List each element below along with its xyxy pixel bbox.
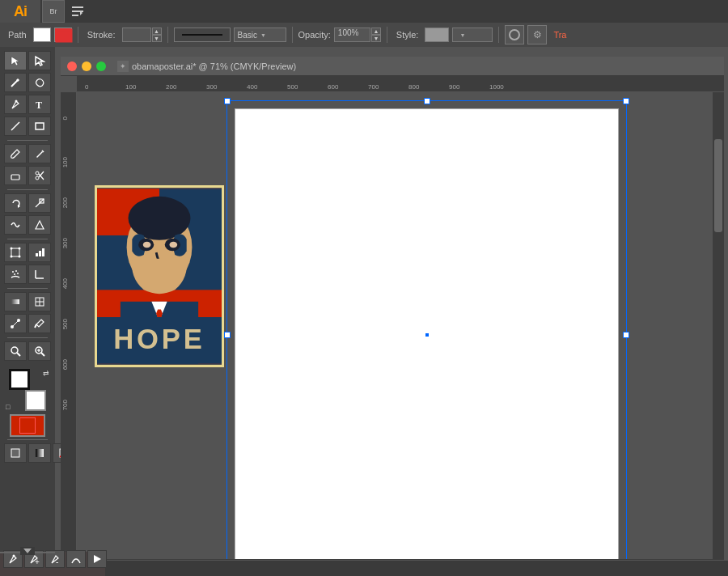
opacity-input[interactable]: 100% <box>334 28 370 42</box>
red-inner <box>19 417 36 434</box>
handle-ml[interactable] <box>224 332 231 338</box>
stroke-spinners: ▲ ▼ <box>152 28 162 42</box>
svg-rect-12 <box>36 123 44 129</box>
svg-rect-14 <box>11 175 19 180</box>
vertical-scrollbar[interactable] <box>713 92 724 559</box>
line-tool[interactable] <box>4 116 27 136</box>
reshape-tool[interactable] <box>28 215 51 235</box>
warp-tool[interactable] <box>4 215 27 235</box>
svg-rect-52 <box>36 449 44 457</box>
symbol-sprayer-tool[interactable] <box>4 265 27 284</box>
gear-icon: ⚙ <box>533 29 542 40</box>
ruler-v-600: 600 <box>61 359 69 370</box>
stroke-weight-input[interactable] <box>122 28 151 42</box>
divider-2 <box>167 27 168 43</box>
tools-sep-4 <box>7 288 48 289</box>
handle-tr[interactable] <box>623 98 629 104</box>
paintbrush-tool[interactable] <box>4 144 27 163</box>
handle-tm[interactable] <box>424 98 430 104</box>
eraser-tool[interactable] <box>4 166 27 185</box>
svg-point-63 <box>170 242 178 248</box>
stroke-down[interactable]: ▼ <box>152 35 162 42</box>
window-title-text: obamaposter.ai* @ 71% (CMYK/Preview) <box>132 61 296 71</box>
scissors-tool[interactable] <box>28 166 51 185</box>
blend-tool[interactable] <box>4 314 27 333</box>
default-colors-btn[interactable]: □ <box>6 403 10 411</box>
selection-tool[interactable] <box>4 51 27 70</box>
document-page <box>235 108 619 561</box>
ruler-mark-700: 700 <box>368 83 379 91</box>
ruler-mark-1000: 1000 <box>489 83 504 91</box>
circle-option-btn[interactable] <box>505 25 524 44</box>
swap-colors-btn[interactable]: ⇄ <box>43 369 49 377</box>
path-arrow-btn[interactable] <box>87 550 107 568</box>
scale-tool[interactable] <box>28 193 51 213</box>
column-graph-tool[interactable] <box>28 265 51 284</box>
transform-label: Tra <box>553 30 566 40</box>
lasso-tool[interactable] <box>28 73 51 92</box>
measure-tool[interactable] <box>4 341 27 361</box>
mesh-tool[interactable] <box>28 292 51 311</box>
fill-swatch[interactable] <box>33 28 51 42</box>
circle-icon <box>509 29 520 40</box>
fill-color-mode[interactable] <box>4 443 27 463</box>
settings-btn[interactable]: ⚙ <box>527 25 547 44</box>
ruler-mark-300: 300 <box>206 83 217 91</box>
graph-tool[interactable] <box>28 243 51 262</box>
window-maximize-btn[interactable] <box>96 61 106 71</box>
opacity-up[interactable]: ▲ <box>371 28 381 35</box>
svg-point-33 <box>14 273 15 275</box>
opacity-down[interactable]: ▼ <box>371 35 381 42</box>
workspace-button[interactable] <box>66 0 89 23</box>
bridge-button[interactable]: Br <box>42 0 65 23</box>
eyedropper-tool[interactable] <box>28 314 51 333</box>
zoom-tool[interactable] <box>28 341 51 361</box>
rect-tool[interactable] <box>28 116 51 136</box>
free-transform-tool[interactable] <box>4 243 27 262</box>
divider-3 <box>292 27 293 43</box>
tool-row-2 <box>3 72 52 93</box>
svg-marker-22 <box>36 221 44 229</box>
red-color-swatch[interactable] <box>10 414 45 437</box>
fill-color-bg-swatch[interactable] <box>25 390 46 411</box>
stroke-swatch[interactable] <box>54 28 72 42</box>
handle-tl[interactable] <box>224 98 231 104</box>
window-close-btn[interactable] <box>67 61 77 71</box>
ruler-v-200: 200 <box>61 197 69 208</box>
gradient-mode[interactable] <box>28 443 51 463</box>
v-scrollbar-thumb[interactable] <box>714 139 722 232</box>
path-convert-btn[interactable] <box>66 550 86 568</box>
tools-sep-2 <box>7 189 48 190</box>
svg-rect-0 <box>72 6 83 8</box>
gradient-tool[interactable] <box>4 292 27 311</box>
color-swatch-area: ⇄ □ <box>4 369 51 411</box>
window-minimize-btn[interactable] <box>82 61 91 71</box>
direct-selection-tool[interactable] <box>28 51 51 70</box>
svg-line-7 <box>11 80 18 87</box>
fill-color-fg-swatch[interactable] <box>9 369 30 390</box>
svg-point-31 <box>12 271 14 273</box>
stroke-icon <box>55 28 73 43</box>
magic-wand-tool[interactable] <box>4 73 27 92</box>
style-swatch[interactable] <box>425 28 449 42</box>
svg-point-15 <box>36 172 39 175</box>
stroke-line-preview[interactable] <box>174 28 231 42</box>
svg-text:+: + <box>35 557 40 565</box>
obama-poster[interactable]: HOPE <box>95 185 224 367</box>
rotate-tool[interactable] <box>4 193 27 213</box>
tool-row-1 <box>3 50 52 71</box>
style-dropdown[interactable] <box>452 28 493 42</box>
pen-tool[interactable] <box>4 95 27 114</box>
pencil-tool[interactable] <box>28 144 51 163</box>
tool-row-4 <box>3 116 52 137</box>
tools-scroll-btn[interactable] <box>20 547 35 555</box>
stroke-up[interactable]: ▲ <box>152 28 162 35</box>
svg-line-11 <box>11 122 19 130</box>
svg-point-45 <box>11 347 18 354</box>
type-tool[interactable]: T <box>28 95 51 114</box>
ai-logo: Ai <box>0 0 40 23</box>
ruler-top: 0 100 200 300 400 500 600 700 800 900 10… <box>77 76 724 92</box>
handle-mr[interactable] <box>623 332 629 338</box>
svg-rect-4 <box>57 30 71 41</box>
brush-dropdown[interactable]: Basic <box>234 28 286 42</box>
